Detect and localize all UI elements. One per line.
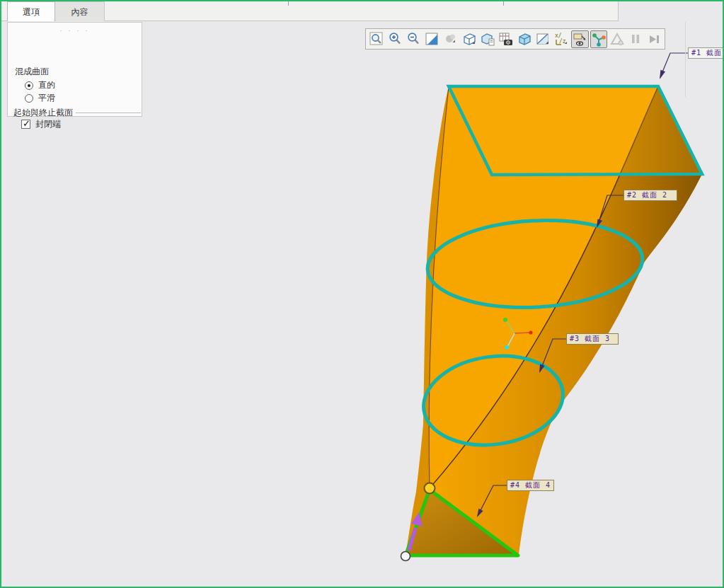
datum-plane-display-icon bbox=[535, 31, 551, 47]
blend-surface-group-label: 混成曲面 bbox=[15, 66, 49, 78]
zoom-in-icon bbox=[387, 31, 403, 47]
datum-plane-display-button[interactable] bbox=[534, 30, 551, 48]
zoom-out-icon bbox=[406, 31, 421, 47]
capped-ends-label: 封閉端 bbox=[35, 118, 61, 130]
view-manager-button[interactable] bbox=[516, 30, 533, 48]
graphics-toolbar: x/ /z bbox=[365, 28, 665, 50]
view-snapshot-button[interactable] bbox=[498, 30, 515, 48]
panel-edge-line bbox=[685, 22, 686, 97]
start-end-sections-group: 起始與終止截面 bbox=[13, 107, 141, 119]
strip-tick bbox=[288, 1, 289, 6]
panel-grip-handle[interactable]: ﹒﹒﹒﹒ bbox=[8, 24, 142, 34]
tab-options[interactable]: 選項 bbox=[7, 1, 55, 21]
radio-smooth-label: 平滑 bbox=[38, 92, 55, 104]
options-panel: ﹒﹒﹒﹒ 混成曲面 直的 平滑 起始與終止截面 封閉端 bbox=[7, 22, 142, 117]
view-snapshot-icon bbox=[498, 31, 514, 47]
dashboard-tab-strip: 選項 內容 bbox=[1, 1, 619, 21]
shade-icon bbox=[443, 31, 459, 47]
annotation-display-icon bbox=[572, 31, 587, 47]
resume-icon bbox=[646, 31, 662, 47]
radio-smooth[interactable]: 平滑 bbox=[25, 92, 55, 104]
section-view-button[interactable] bbox=[479, 30, 496, 48]
svg-text:/z: /z bbox=[559, 38, 566, 45]
spin-center-toggle[interactable] bbox=[590, 30, 607, 48]
datum-axis-display-button[interactable]: x/ /z bbox=[553, 30, 570, 48]
resume-button[interactable] bbox=[645, 30, 662, 48]
view-manager-icon bbox=[517, 31, 532, 47]
capped-ends-checkbox[interactable] bbox=[21, 120, 30, 129]
section-view-icon bbox=[480, 31, 495, 47]
zoom-refit-icon bbox=[369, 31, 384, 47]
section-1-label[interactable]: #1 截面 bbox=[688, 47, 724, 59]
section-start-point[interactable] bbox=[425, 483, 435, 494]
pause-icon bbox=[628, 31, 643, 47]
perspective-view-icon bbox=[609, 31, 625, 47]
application-window: #1 截面 #2 截面 2 #3 截面 3 #4 截面 4 選項 內容 ﹒﹒﹒﹒… bbox=[0, 0, 724, 588]
perspective-view-button[interactable] bbox=[609, 30, 626, 48]
zoom-refit-button[interactable] bbox=[368, 30, 385, 48]
zoom-in-button[interactable] bbox=[386, 30, 403, 48]
radio-smooth-circle[interactable] bbox=[25, 94, 33, 103]
radio-straight[interactable]: 直的 bbox=[25, 79, 55, 91]
zoom-out-button[interactable] bbox=[405, 30, 422, 48]
display-style-button[interactable] bbox=[461, 30, 478, 48]
annotation-display-toggle[interactable] bbox=[571, 30, 588, 48]
section-4-label[interactable]: #4 截面 4 bbox=[507, 480, 554, 491]
section-2-label[interactable]: #2 截面 2 bbox=[624, 190, 677, 201]
section-origin-point[interactable] bbox=[401, 552, 410, 561]
datum-axis-display-icon: x/ /z bbox=[553, 31, 569, 47]
group-divider-line bbox=[76, 113, 141, 113]
capped-ends-row[interactable]: 封閉端 bbox=[21, 118, 61, 130]
radio-straight-circle[interactable] bbox=[25, 81, 33, 90]
spin-center-icon bbox=[591, 31, 607, 47]
section-3-label[interactable]: #3 截面 3 bbox=[566, 333, 619, 345]
display-style-icon bbox=[461, 31, 477, 47]
radio-straight-label: 直的 bbox=[38, 79, 55, 91]
section-1-sketch[interactable] bbox=[449, 86, 702, 175]
repaint-icon bbox=[424, 31, 439, 47]
start-end-sections-label: 起始與終止截面 bbox=[13, 107, 73, 119]
strip-tick bbox=[503, 1, 504, 6]
shade-button[interactable] bbox=[442, 30, 459, 48]
repaint-button[interactable] bbox=[423, 30, 440, 48]
tab-properties[interactable]: 內容 bbox=[55, 1, 105, 21]
pause-button[interactable] bbox=[627, 30, 644, 48]
